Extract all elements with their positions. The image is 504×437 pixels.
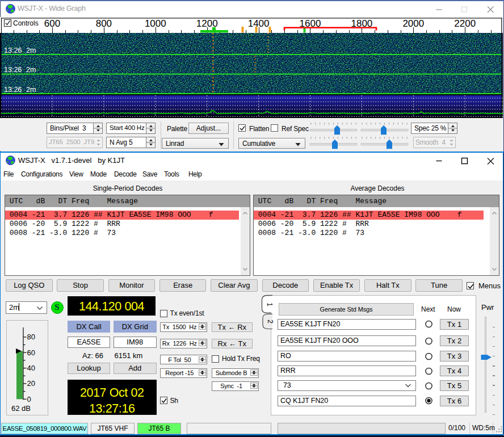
svg-text:80: 80 [27,333,35,341]
svg-text:800: 800 [96,18,112,29]
svg-text:60: 60 [27,348,35,357]
svg-text:2000: 2000 [402,18,424,29]
svg-text:40: 40 [27,364,35,372]
svg-text:13:26: 13:26 [4,86,22,94]
svg-text:2m: 2m [26,47,36,54]
svg-text:2: 2 [266,320,274,323]
svg-text:0: 0 [27,395,31,404]
svg-text:13:26: 13:26 [4,66,22,74]
svg-text:1: 1 [266,302,274,306]
svg-text:1000: 1000 [145,18,166,29]
svg-text:1400: 1400 [248,18,270,29]
svg-text:2m: 2m [26,86,36,94]
svg-text:62 dB: 62 dB [11,404,31,413]
svg-text:Controls: Controls [13,19,39,27]
svg-text:20: 20 [27,379,35,388]
svg-text:13:26: 13:26 [4,47,22,54]
svg-text:2m: 2m [26,66,36,74]
svg-text:600: 600 [44,18,60,29]
svg-text:2200: 2200 [454,18,476,29]
